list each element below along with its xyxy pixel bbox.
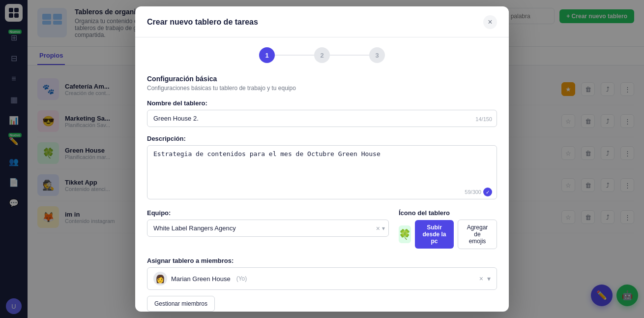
step-1: 1 xyxy=(259,47,275,63)
board-name-label: Nombre del tablero: xyxy=(147,99,497,107)
two-col-section: Equipo: × ▾ Ícono del tablero xyxy=(147,209,497,249)
member-clear-icon[interactable]: × xyxy=(479,275,483,283)
modal-body: 1 2 3 Configuración básica Configuracion… xyxy=(135,37,509,312)
member-avatar: 👩 xyxy=(153,272,167,286)
team-label: Equipo: xyxy=(147,209,389,217)
team-select-wrapper: × ▾ xyxy=(147,220,389,237)
board-name-wrapper: 14/150 xyxy=(147,110,497,127)
board-name-input[interactable] xyxy=(147,110,497,127)
section-title: Configuración básica xyxy=(147,75,497,83)
create-board-modal: Crear nuevo tablero de tareas × 1 2 3 Co… xyxy=(135,6,509,312)
description-label: Descripción: xyxy=(147,135,497,142)
assign-label: Asignar tablero a miembros: xyxy=(147,257,497,264)
step-2: 2 xyxy=(314,47,330,63)
board-icon-preview: 🍀 xyxy=(399,225,411,243)
manage-members-button[interactable]: Gestionar miembros xyxy=(147,296,215,312)
check-icon: ✓ xyxy=(483,188,492,196)
icon-section: Ícono del tablero 🍀 Subir desde la pc Ag… xyxy=(399,209,497,249)
member-info: 👩 Marian Green House (Yo) xyxy=(153,272,247,286)
stepper: 1 2 3 xyxy=(147,47,497,63)
select-icons: × ▾ xyxy=(376,224,385,232)
description-count: 59/300 ✓ xyxy=(465,188,492,196)
team-section: Equipo: × ▾ xyxy=(147,209,389,249)
section-subtitle: Configuraciones básicas tu tablero de tr… xyxy=(147,85,497,92)
icon-label: Ícono del tablero xyxy=(399,209,497,217)
step-line-1 xyxy=(275,55,314,56)
step-line-2 xyxy=(330,55,369,56)
description-wrapper: Estrategia de contenidos para el mes de … xyxy=(147,145,497,201)
upload-button[interactable]: Subir desde la pc xyxy=(415,220,454,249)
member-select: 👩 Marian Green House (Yo) × ▾ xyxy=(147,267,497,290)
member-name: Marian Green House xyxy=(171,275,231,283)
modal-header: Crear nuevo tablero de tareas × xyxy=(135,6,509,37)
modal-close-button[interactable]: × xyxy=(483,15,497,29)
member-chevron-icon[interactable]: ▾ xyxy=(487,275,491,283)
description-input[interactable]: Estrategia de contenidos para el mes de … xyxy=(147,145,497,199)
modal-title: Crear nuevo tablero de tareas xyxy=(147,18,258,27)
modal-overlay: Crear nuevo tablero de tareas × 1 2 3 Co… xyxy=(0,0,644,318)
member-icons: × ▾ xyxy=(479,275,491,283)
clear-icon[interactable]: × xyxy=(376,224,380,232)
emoji-button[interactable]: Agregar de emojis xyxy=(458,220,497,249)
chevron-down-icon[interactable]: ▾ xyxy=(382,225,385,232)
member-tag: (Yo) xyxy=(236,275,247,282)
icon-select: 🍀 Subir desde la pc Agregar de emojis xyxy=(399,220,497,249)
step-3: 3 xyxy=(369,47,385,63)
board-name-count: 14/150 xyxy=(475,116,492,122)
app-wrapper: ⊞ Nuevo ⊟ ≡ ▦ 📊 ✏️ Nuevo 👥 📄 💬 U xyxy=(0,0,644,318)
team-select[interactable] xyxy=(147,220,389,237)
